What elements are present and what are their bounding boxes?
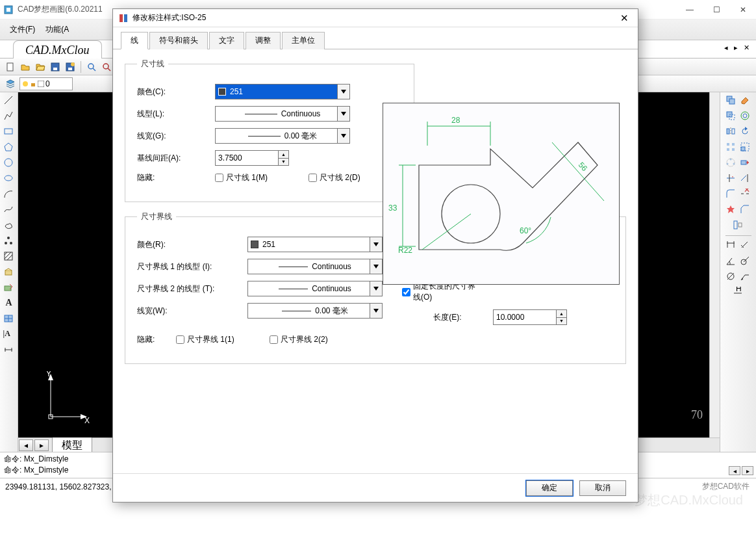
- arc-tool-icon[interactable]: [3, 189, 15, 200]
- extend-icon[interactable]: [740, 173, 751, 185]
- cancel-button[interactable]: 取消: [579, 480, 626, 496]
- erase-icon[interactable]: [740, 95, 751, 107]
- open-file-icon[interactable]: [19, 60, 32, 73]
- length-spin[interactable]: ▲▼: [493, 309, 567, 325]
- align-icon[interactable]: [733, 220, 744, 231]
- array-rect-icon[interactable]: [725, 142, 737, 153]
- tab-close-icon[interactable]: ✕: [744, 44, 751, 51]
- ext1-ltype-combo[interactable]: Continuous: [247, 259, 383, 274]
- break-icon[interactable]: ✕: [740, 189, 751, 200]
- layers-icon[interactable]: [4, 77, 17, 90]
- lw-w-combo[interactable]: 0.00 毫米: [247, 303, 383, 319]
- block-tool-icon[interactable]: [3, 267, 15, 278]
- tab-lines[interactable]: 线: [121, 32, 148, 49]
- fillet-icon[interactable]: [725, 189, 737, 200]
- tab-fit[interactable]: 调整: [246, 32, 281, 49]
- new-file-icon[interactable]: [4, 60, 17, 73]
- tab-text[interactable]: 文字: [209, 32, 244, 49]
- table-tool-icon[interactable]: [3, 313, 15, 325]
- model-tab[interactable]: 模型: [52, 437, 92, 454]
- tab-scroll-left-icon[interactable]: ◂: [19, 439, 33, 451]
- dim-angular-icon[interactable]: [725, 255, 737, 267]
- copy-icon[interactable]: [725, 95, 737, 107]
- dim-diameter-icon[interactable]: [725, 271, 737, 283]
- polygon-tool-icon[interactable]: [3, 142, 15, 153]
- dim1m-check[interactable]: 尺寸线 1(M): [215, 172, 293, 183]
- stretch-icon[interactable]: [740, 157, 751, 169]
- tab-right-icon[interactable]: ▸: [734, 44, 741, 51]
- color-r-combo[interactable]: 251: [247, 237, 383, 252]
- ext1-check[interactable]: 尺寸界线 1(1): [176, 334, 254, 345]
- ellipse-tool-icon[interactable]: [3, 173, 15, 185]
- dialog-titlebar[interactable]: 修改标注样式:ISO-25 ✕: [113, 9, 638, 27]
- dim2d-check[interactable]: 尺寸线 2(D): [309, 172, 386, 183]
- mirror-icon[interactable]: [725, 126, 737, 138]
- explode-icon[interactable]: [725, 204, 737, 216]
- trim-icon[interactable]: [725, 173, 737, 185]
- lock-icon: [30, 81, 36, 87]
- ext2-ltype-combo[interactable]: Continuous: [247, 281, 383, 296]
- offset-icon[interactable]: [740, 111, 751, 122]
- dimension-tool-icon[interactable]: [3, 345, 15, 356]
- color-c-combo[interactable]: 251: [215, 84, 350, 99]
- close-icon[interactable]: ✕: [740, 5, 746, 14]
- cmd-scroll-left-icon[interactable]: ◂: [729, 466, 740, 475]
- tab-left-icon[interactable]: ◂: [724, 44, 731, 51]
- dim-preview: 28 33 56 60° R22: [383, 103, 620, 285]
- point-tool-icon[interactable]: [3, 235, 15, 247]
- svg-rect-48: [727, 129, 729, 134]
- rect-tool-icon[interactable]: [3, 126, 15, 138]
- line-tool-icon[interactable]: [3, 95, 15, 107]
- bulb-icon: [22, 81, 29, 87]
- text-tool-icon[interactable]: A: [3, 298, 15, 309]
- insert-tool-icon[interactable]: [3, 282, 15, 294]
- spin-up-icon[interactable]: ▲: [557, 310, 566, 318]
- tab-symbols[interactable]: 符号和箭头: [149, 32, 208, 49]
- ok-button[interactable]: 确定: [526, 480, 573, 496]
- zoom-extents-icon[interactable]: [100, 60, 113, 73]
- rotate-icon[interactable]: [740, 126, 751, 138]
- revcloud-tool-icon[interactable]: [3, 220, 15, 231]
- extline-legend: 尺寸界线: [137, 211, 176, 222]
- spin-up-icon[interactable]: ▲: [279, 151, 288, 159]
- dim-leader-icon[interactable]: [740, 271, 751, 283]
- ext2-check[interactable]: 尺寸界线 2(2): [270, 334, 347, 345]
- open-folder-icon[interactable]: [34, 60, 47, 73]
- dialog-icon: [118, 13, 129, 23]
- scale-icon[interactable]: [740, 142, 751, 153]
- lw-g-combo[interactable]: 0.00 毫米: [215, 128, 350, 144]
- chamfer-icon[interactable]: [740, 204, 751, 216]
- maximize-icon[interactable]: ☐: [713, 5, 720, 14]
- tab-scroll-right-icon[interactable]: ▸: [34, 439, 49, 451]
- save-icon[interactable]: [49, 60, 62, 73]
- dim-radius-icon[interactable]: [740, 255, 751, 267]
- array-polar-icon[interactable]: [725, 157, 737, 169]
- dim-linear-icon[interactable]: [725, 240, 737, 252]
- hatch-tool-icon[interactable]: [3, 251, 15, 263]
- color-r-value: 251: [262, 240, 275, 249]
- zoom-icon[interactable]: [85, 60, 98, 73]
- tab-primary-units[interactable]: 主单位: [282, 32, 325, 49]
- spline-tool-icon[interactable]: [3, 204, 15, 216]
- minimize-icon[interactable]: —: [686, 5, 694, 14]
- move-icon[interactable]: [725, 111, 737, 122]
- circle-tool-icon[interactable]: [3, 157, 15, 169]
- baseline-spin[interactable]: ▲▼: [215, 150, 289, 166]
- saveas-icon[interactable]: [64, 60, 77, 73]
- spin-down-icon[interactable]: ▼: [557, 318, 566, 325]
- layer-dropdown[interactable]: 0: [19, 77, 73, 90]
- dimstyle-icon[interactable]: H: [733, 287, 744, 298]
- mtext-tool-icon[interactable]: |A: [3, 329, 15, 341]
- polyline-tool-icon[interactable]: [3, 111, 15, 122]
- vertical-scrollbar[interactable]: [709, 92, 720, 437]
- dim-aligned-icon[interactable]: [740, 240, 751, 252]
- document-tab[interactable]: CAD.MxClou: [13, 40, 102, 59]
- dialog-close-icon[interactable]: ✕: [616, 12, 633, 24]
- cmd-scroll-right-icon[interactable]: ▸: [742, 466, 753, 475]
- menu-func[interactable]: 功能(A: [45, 24, 69, 35]
- ltype-l-combo[interactable]: Continuous: [215, 106, 350, 122]
- menu-file[interactable]: 文件(F): [10, 24, 35, 35]
- spin-down-icon[interactable]: ▼: [279, 159, 288, 166]
- baseline-input[interactable]: [215, 150, 279, 166]
- length-input[interactable]: [493, 309, 557, 325]
